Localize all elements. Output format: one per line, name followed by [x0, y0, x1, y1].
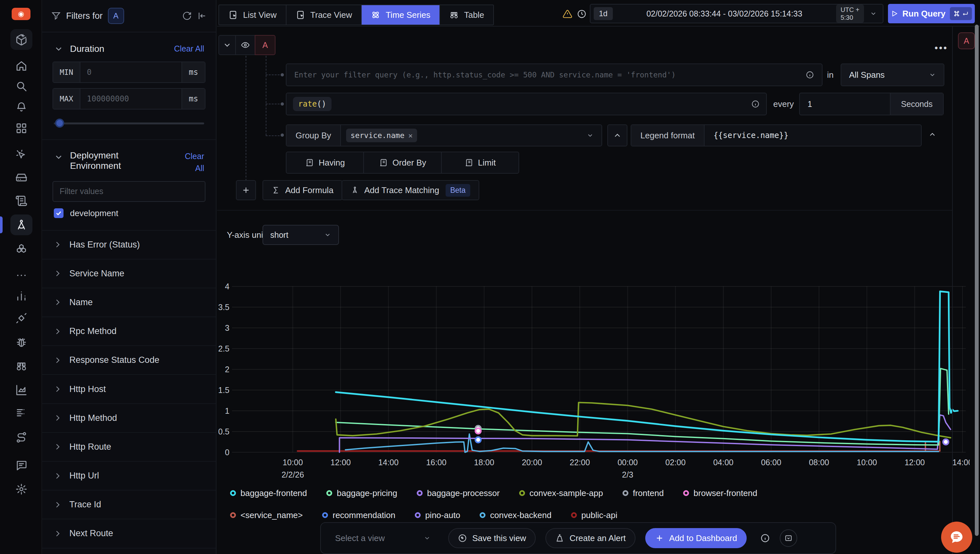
rail-ellipsis-icon[interactable] — [10, 265, 32, 286]
filter-section-collapsed[interactable]: Http Method — [42, 404, 216, 433]
filter-section-collapsed[interactable]: Next Route — [42, 519, 216, 548]
legend-item[interactable]: frontend — [623, 488, 664, 498]
filter-section-collapsed[interactable]: Response Status Code — [42, 346, 216, 375]
limit-button[interactable]: Limit — [442, 152, 518, 173]
group-by-tag[interactable]: service.name✕ — [346, 129, 417, 142]
rail-list-icon[interactable] — [10, 403, 32, 423]
collapse-sidebar-icon[interactable] — [197, 11, 207, 21]
interval-input[interactable]: 1 Seconds — [799, 93, 944, 115]
time-range-picker[interactable]: 1d 02/02/2026 08:33:44 - 03/02/2026 15:1… — [590, 4, 883, 23]
info-icon[interactable] — [751, 100, 760, 108]
chevron-up-icon[interactable] — [928, 130, 937, 138]
rail-route-icon[interactable] — [10, 427, 32, 448]
rail-grid-icon[interactable] — [10, 118, 32, 138]
add-formula-button[interactable]: Add Formula — [263, 180, 343, 200]
refresh-icon[interactable] — [182, 11, 192, 21]
toggle-query-visibility-button[interactable] — [235, 35, 255, 55]
min-input[interactable]: 0 — [80, 62, 182, 82]
filter-section-collapsed[interactable]: Http Host — [42, 375, 216, 404]
filter-section-collapsed[interactable]: Has Error (Status) — [42, 231, 216, 259]
legend-item[interactable]: browser-frontend — [683, 488, 757, 498]
add-query-button[interactable] — [236, 180, 256, 200]
rail-chart-area-icon[interactable] — [10, 380, 32, 400]
clock-icon[interactable] — [577, 9, 586, 19]
tab-trace-view[interactable]: Trace View — [287, 5, 362, 25]
warning-icon[interactable] — [563, 9, 572, 19]
rail-binoculars-icon[interactable] — [10, 356, 32, 376]
legend-item[interactable]: <service_name> — [230, 510, 303, 520]
create-alert-button[interactable]: Create an Alert — [545, 528, 635, 548]
slider-knob[interactable] — [55, 119, 64, 127]
filter-section-collapsed[interactable]: Name — [42, 288, 216, 317]
legend-format-input[interactable]: Legend format {{service.name}} — [631, 124, 922, 146]
legend-format-value[interactable]: {{service.name}} — [704, 131, 798, 140]
signoz-logo[interactable]: ◉ — [12, 8, 30, 20]
duration-slider[interactable] — [54, 119, 204, 127]
legend-item[interactable]: baggage-processor — [417, 488, 500, 498]
time-series-chart[interactable]: 00.511.522.533.5410:0012:0014:0016:0018:… — [218, 259, 970, 483]
tab-time-series[interactable]: Time Series — [362, 5, 440, 25]
filter-query-input[interactable]: Enter your filter query (e.g., http.stat… — [286, 64, 822, 86]
rail-bar-chart-icon[interactable] — [10, 285, 32, 306]
info-icon[interactable] — [760, 533, 770, 543]
save-view-button[interactable]: Save this view — [448, 528, 536, 548]
group-by-input[interactable]: Group By service.name✕ — [286, 124, 602, 146]
legend-item[interactable]: public-api — [571, 510, 617, 520]
max-input[interactable]: 100000000 — [80, 89, 182, 109]
add-to-dashboard-button[interactable]: Add to Dashboard — [645, 528, 747, 548]
tab-table[interactable]: Table — [440, 5, 493, 25]
filter-section-collapsed[interactable]: Http Route — [42, 433, 216, 462]
rail-bug-icon[interactable] — [10, 333, 32, 353]
rail-package-plus-icon[interactable] — [10, 29, 32, 50]
rail-search-icon[interactable] — [10, 76, 32, 97]
remove-tag-icon[interactable]: ✕ — [408, 132, 413, 140]
collapse-query-button[interactable] — [218, 35, 236, 55]
collapse-groupby-button[interactable] — [607, 124, 628, 146]
order-by-button[interactable]: Order By — [364, 152, 441, 173]
chevron-down-icon[interactable] — [54, 152, 64, 162]
checkbox-checked[interactable] — [54, 208, 64, 218]
yaxis-unit-select[interactable]: short — [263, 225, 339, 245]
rail-unplug-icon[interactable] — [10, 308, 32, 328]
legend-item[interactable]: baggage-frontend — [230, 488, 307, 498]
rail-drafting-compass-icon[interactable] — [10, 215, 32, 235]
duration-clear-all[interactable]: Clear All — [174, 43, 204, 55]
run-query-button[interactable]: Run Query — [888, 4, 975, 23]
panel-toggle-button[interactable] — [780, 529, 797, 547]
rail-bell-icon[interactable] — [10, 97, 32, 117]
timezone-badge[interactable]: UTC +5:30 — [836, 5, 864, 23]
interval-value[interactable]: 1 — [800, 99, 890, 109]
rail-boxes-icon[interactable] — [10, 239, 32, 260]
select-view-dropdown[interactable]: Select a view — [335, 533, 431, 543]
add-trace-matching-button[interactable]: Add Trace MatchingBeta — [342, 180, 479, 200]
scrollbar-thumb[interactable] — [975, 25, 979, 536]
legend-item[interactable]: recommendation — [322, 510, 395, 520]
rate-chip[interactable]: rate() — [293, 97, 331, 111]
query-a-tab[interactable]: A — [958, 32, 975, 49]
filter-section-collapsed[interactable]: Http Url — [42, 462, 216, 490]
interval-unit[interactable]: Seconds — [890, 93, 943, 115]
aggregation-input[interactable]: rate() — [286, 93, 767, 115]
query-badge-a[interactable]: A — [108, 8, 124, 24]
legend-item[interactable]: baggage-pricing — [326, 488, 397, 498]
tab-list-view[interactable]: List View — [219, 5, 287, 25]
filter-section-collapsed[interactable]: Service Name — [42, 259, 216, 288]
rail-message-icon[interactable] — [10, 455, 32, 476]
filter-values-input[interactable]: Filter values — [53, 181, 206, 202]
rail-settings-icon[interactable] — [10, 479, 32, 500]
legend-item[interactable]: convex-sample-app — [519, 488, 603, 498]
info-icon[interactable] — [806, 71, 814, 79]
more-options-icon[interactable]: ••• — [935, 43, 948, 53]
rail-pointer-icon[interactable] — [10, 145, 32, 165]
environment-clear-all[interactable]: Clear All — [176, 150, 204, 175]
filter-section-collapsed[interactable]: Rpc Method — [42, 317, 216, 346]
rail-home-icon[interactable] — [10, 56, 32, 76]
rail-scroll-text-icon[interactable] — [10, 191, 32, 211]
chat-support-button[interactable] — [941, 522, 972, 553]
environment-option[interactable]: development — [54, 208, 204, 218]
rail-hard-drive-icon[interactable] — [10, 167, 32, 188]
filter-section-collapsed[interactable]: Trace Id — [42, 490, 216, 519]
chevron-down-icon[interactable] — [54, 44, 64, 54]
span-source-select[interactable]: All Spans — [841, 64, 944, 86]
legend-item[interactable]: convex-backend — [480, 510, 551, 520]
